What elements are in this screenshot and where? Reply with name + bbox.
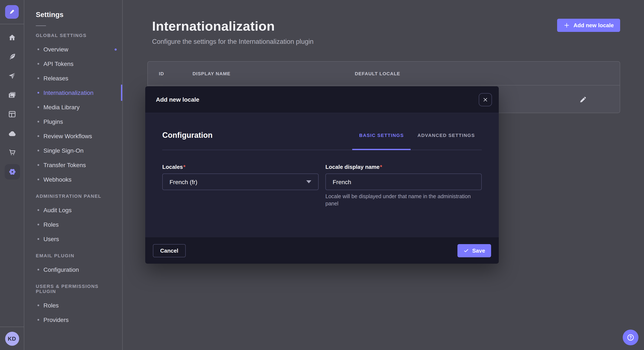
section-label: USERS & PERMISSIONS PLUGIN <box>36 284 117 294</box>
sidebar-item-label: Roles <box>44 221 59 228</box>
sidebar-item-admin-roles[interactable]: Roles <box>24 217 122 232</box>
column-header-default-locale: DEFAULT LOCALE <box>355 71 620 76</box>
display-name-label-text: Locale display name <box>326 164 380 170</box>
bullet-icon <box>38 48 39 50</box>
sidebar-item-audit-logs[interactable]: Audit Logs <box>24 203 122 217</box>
sidebar-item-label: Media Library <box>44 104 80 111</box>
required-asterisk: * <box>183 164 186 170</box>
add-new-locale-button[interactable]: Add new locale <box>557 19 620 32</box>
subnav-section-admin-panel: ADMINISTRATION PANEL Audit Logs Roles Us… <box>24 193 122 246</box>
bullet-icon <box>38 135 39 137</box>
strapi-logo[interactable] <box>5 5 19 19</box>
sidebar-item-api-tokens[interactable]: API Tokens <box>24 57 122 71</box>
settings-subnav: Settings GLOBAL SETTINGS Overview API To… <box>24 0 123 350</box>
display-name-field: Locale display name* Locale will be disp… <box>326 164 482 207</box>
display-name-input[interactable] <box>326 174 482 190</box>
cancel-button[interactable]: Cancel <box>153 244 186 257</box>
sidebar-item-label: Review Workflows <box>44 133 92 140</box>
add-new-locale-label: Add new locale <box>574 22 614 28</box>
sidebar-item-label: Roles <box>44 302 59 309</box>
close-icon <box>482 97 488 102</box>
table-header-row: ID DISPLAY NAME DEFAULT LOCALE <box>148 62 620 85</box>
modal-footer: Cancel Save <box>145 237 499 264</box>
tab-advanced-settings[interactable]: ADVANCED SETTINGS <box>410 131 482 140</box>
sidebar-item-overview[interactable]: Overview <box>24 42 122 57</box>
sidebar-item-label: Overview <box>44 46 68 53</box>
layout-icon[interactable] <box>0 105 24 124</box>
sidebar-item-webhooks[interactable]: Webhooks <box>24 172 122 187</box>
save-button[interactable]: Save <box>457 244 491 257</box>
sidebar-item-single-sign-on[interactable]: Single Sign-On <box>24 143 122 158</box>
settings-tabs: BASIC SETTINGS ADVANCED SETTINGS <box>352 131 482 140</box>
bullet-icon <box>38 150 39 151</box>
tab-basic-settings[interactable]: BASIC SETTINGS <box>352 131 410 140</box>
sidebar-item-label: API Tokens <box>44 60 74 67</box>
section-label: GLOBAL SETTINGS <box>36 33 117 38</box>
sidebar-item-label: Releases <box>44 75 68 82</box>
column-header-id: ID <box>159 71 192 76</box>
close-modal-button[interactable] <box>479 93 492 106</box>
sidebar-item-label: Providers <box>44 316 68 323</box>
bullet-icon <box>38 63 39 65</box>
icon-sidebar-nav <box>0 24 24 181</box>
home-icon[interactable] <box>0 28 24 47</box>
subnav-section-users-permissions: USERS & PERMISSIONS PLUGIN Roles Provide… <box>24 284 122 327</box>
subnav-title-divider <box>36 25 46 26</box>
sidebar-item-up-roles[interactable]: Roles <box>24 298 122 313</box>
sidebar-item-releases[interactable]: Releases <box>24 71 122 85</box>
sidebar-item-review-workflows[interactable]: Review Workflows <box>24 129 122 143</box>
bullet-icon <box>38 269 39 270</box>
locales-field: Locales* French (fr) <box>162 164 318 207</box>
save-button-label: Save <box>472 247 485 254</box>
locales-label: Locales* <box>162 164 318 170</box>
help-button[interactable] <box>623 330 638 345</box>
sidebar-item-up-providers[interactable]: Providers <box>24 313 122 327</box>
locales-select[interactable]: French (fr) <box>162 174 318 190</box>
edit-locale-button[interactable] <box>578 95 588 105</box>
sidebar-item-transfer-tokens[interactable]: Transfer Tokens <box>24 158 122 172</box>
bullet-icon <box>38 209 39 211</box>
configuration-section-header: Configuration BASIC SETTINGS ADVANCED SE… <box>162 113 482 150</box>
help-icon <box>626 333 635 342</box>
sidebar-item-label: Audit Logs <box>44 207 72 213</box>
sidebar-item-media-library[interactable]: Media Library <box>24 100 122 114</box>
subnav-section-email-plugin: EMAIL PLUGIN Configuration <box>24 253 122 277</box>
locales-select-value: French (fr) <box>170 178 198 185</box>
sidebar-item-label: Configuration <box>44 266 79 273</box>
bullet-icon <box>38 106 39 108</box>
bullet-icon <box>38 164 39 166</box>
bullet-icon <box>38 305 39 306</box>
sidebar-item-label: Internationalization <box>44 89 94 96</box>
sidebar-item-email-configuration[interactable]: Configuration <box>24 262 122 277</box>
chevron-down-icon <box>306 180 311 183</box>
column-header-display-name: DISPLAY NAME <box>192 71 355 76</box>
cart-icon[interactable] <box>0 143 24 162</box>
media-pictures-icon[interactable] <box>0 85 24 105</box>
sidebar-item-admin-users[interactable]: Users <box>24 232 122 246</box>
bullet-icon <box>38 77 39 79</box>
section-label: ADMINISTRATION PANEL <box>36 193 117 199</box>
paper-plane-icon[interactable] <box>0 66 24 85</box>
sidebar-item-label: Transfer Tokens <box>44 162 86 169</box>
settings-gear-icon[interactable] <box>0 162 24 181</box>
sidebar-footer: KD <box>0 327 24 350</box>
app-viewport: KD Settings GLOBAL SETTINGS Overview API… <box>0 0 644 350</box>
cloud-icon[interactable] <box>0 124 24 143</box>
user-avatar[interactable]: KD <box>5 332 19 346</box>
sidebar-item-internationalization[interactable]: Internationalization <box>24 85 122 100</box>
sidebar-item-label: Single Sign-On <box>44 147 84 154</box>
display-name-label: Locale display name* <box>326 164 482 170</box>
notification-dot <box>114 48 117 50</box>
bullet-icon <box>38 224 39 225</box>
display-name-hint: Locale will be displayed under that name… <box>326 193 482 207</box>
feather-icon[interactable] <box>0 47 24 66</box>
page-subtitle: Configure the settings for the Internati… <box>152 38 644 45</box>
bullet-icon <box>38 92 39 94</box>
bullet-icon <box>38 121 39 123</box>
modal-title: Add new locale <box>156 96 199 103</box>
configuration-title: Configuration <box>162 131 212 140</box>
sidebar-item-label: Plugins <box>44 118 63 125</box>
logo-container <box>0 0 24 24</box>
sidebar-item-plugins[interactable]: Plugins <box>24 114 122 129</box>
subnav-section-global: GLOBAL SETTINGS Overview API Tokens Rele… <box>24 33 122 187</box>
